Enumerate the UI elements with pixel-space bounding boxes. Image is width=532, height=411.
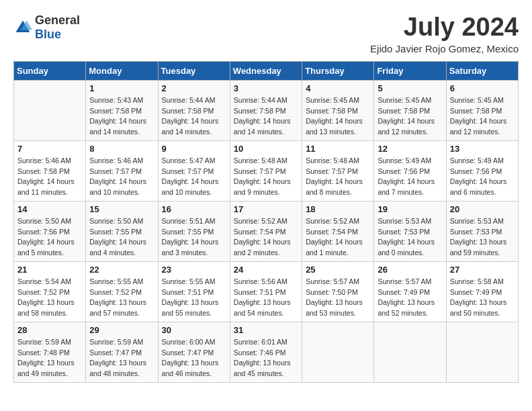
- calendar-cell: 25Sunrise: 5:57 AM Sunset: 7:50 PM Dayli…: [302, 261, 374, 322]
- calendar-cell: 20Sunrise: 5:53 AM Sunset: 7:53 PM Dayli…: [446, 201, 518, 261]
- calendar-cell: 5Sunrise: 5:45 AM Sunset: 7:58 PM Daylig…: [374, 80, 446, 140]
- page-header: General Blue July 2024 Ejido Javier Rojo…: [13, 13, 519, 54]
- week-row-5: 28Sunrise: 5:59 AM Sunset: 7:48 PM Dayli…: [14, 322, 519, 382]
- day-number: 13: [450, 144, 515, 154]
- calendar-cell: 8Sunrise: 5:46 AM Sunset: 7:57 PM Daylig…: [86, 140, 158, 201]
- day-number: 18: [306, 204, 370, 214]
- day-number: 6: [450, 83, 515, 93]
- header-cell-thursday: Thursday: [302, 61, 374, 80]
- day-info: Sunrise: 5:46 AM Sunset: 7:57 PM Dayligh…: [89, 156, 154, 198]
- day-number: 1: [89, 83, 154, 93]
- calendar-cell: [374, 322, 446, 382]
- calendar-cell: 31Sunrise: 6:01 AM Sunset: 7:46 PM Dayli…: [230, 322, 302, 382]
- day-info: Sunrise: 6:01 AM Sunset: 7:46 PM Dayligh…: [234, 337, 298, 379]
- day-number: 7: [17, 144, 82, 154]
- day-info: Sunrise: 5:57 AM Sunset: 7:49 PM Dayligh…: [378, 277, 442, 319]
- logo-icon: [13, 18, 32, 37]
- week-row-1: 1Sunrise: 5:43 AM Sunset: 7:58 PM Daylig…: [14, 80, 519, 140]
- day-number: 26: [378, 265, 442, 275]
- day-info: Sunrise: 5:46 AM Sunset: 7:58 PM Dayligh…: [17, 156, 82, 198]
- day-number: 21: [17, 265, 82, 275]
- calendar-cell: 4Sunrise: 5:45 AM Sunset: 7:58 PM Daylig…: [302, 80, 374, 140]
- calendar-cell: 18Sunrise: 5:52 AM Sunset: 7:54 PM Dayli…: [302, 201, 374, 261]
- day-info: Sunrise: 5:52 AM Sunset: 7:54 PM Dayligh…: [306, 216, 370, 259]
- calendar-cell: 3Sunrise: 5:44 AM Sunset: 7:58 PM Daylig…: [230, 80, 302, 140]
- logo-text-blue: Blue: [35, 28, 61, 41]
- header-cell-saturday: Saturday: [446, 61, 518, 80]
- calendar-cell: 30Sunrise: 6:00 AM Sunset: 7:47 PM Dayli…: [158, 322, 230, 382]
- week-row-2: 7Sunrise: 5:46 AM Sunset: 7:58 PM Daylig…: [14, 140, 519, 201]
- day-info: Sunrise: 5:59 AM Sunset: 7:48 PM Dayligh…: [17, 337, 82, 379]
- day-number: 19: [378, 204, 442, 214]
- calendar-cell: 10Sunrise: 5:48 AM Sunset: 7:57 PM Dayli…: [230, 140, 302, 201]
- day-info: Sunrise: 5:59 AM Sunset: 7:47 PM Dayligh…: [89, 337, 154, 379]
- day-number: 30: [162, 325, 226, 335]
- calendar-cell: [446, 322, 518, 382]
- calendar-cell: 9Sunrise: 5:47 AM Sunset: 7:57 PM Daylig…: [158, 140, 230, 201]
- calendar-cell: 27Sunrise: 5:58 AM Sunset: 7:49 PM Dayli…: [446, 261, 518, 322]
- header-cell-sunday: Sunday: [14, 61, 86, 80]
- week-row-3: 14Sunrise: 5:50 AM Sunset: 7:56 PM Dayli…: [14, 201, 519, 261]
- calendar-cell: 6Sunrise: 5:45 AM Sunset: 7:58 PM Daylig…: [446, 80, 518, 140]
- calendar-cell: 21Sunrise: 5:54 AM Sunset: 7:52 PM Dayli…: [14, 261, 86, 322]
- calendar-cell: 19Sunrise: 5:53 AM Sunset: 7:53 PM Dayli…: [374, 201, 446, 261]
- header-cell-friday: Friday: [374, 61, 446, 80]
- day-number: 4: [306, 83, 370, 93]
- day-info: Sunrise: 5:49 AM Sunset: 7:56 PM Dayligh…: [378, 156, 442, 198]
- day-info: Sunrise: 5:51 AM Sunset: 7:55 PM Dayligh…: [162, 216, 226, 259]
- day-number: 16: [162, 204, 226, 214]
- day-info: Sunrise: 5:55 AM Sunset: 7:52 PM Dayligh…: [89, 277, 154, 319]
- calendar-cell: [302, 322, 374, 382]
- day-info: Sunrise: 5:58 AM Sunset: 7:49 PM Dayligh…: [450, 277, 515, 319]
- calendar-cell: 14Sunrise: 5:50 AM Sunset: 7:56 PM Dayli…: [14, 201, 86, 261]
- day-info: Sunrise: 5:56 AM Sunset: 7:51 PM Dayligh…: [234, 277, 298, 319]
- location-title: Ejido Javier Rojo Gomez, Mexico: [370, 43, 519, 54]
- calendar-header: SundayMondayTuesdayWednesdayThursdayFrid…: [14, 61, 519, 80]
- title-block: July 2024 Ejido Javier Rojo Gomez, Mexic…: [370, 13, 519, 54]
- day-info: Sunrise: 5:45 AM Sunset: 7:58 PM Dayligh…: [450, 95, 515, 138]
- calendar-cell: 29Sunrise: 5:59 AM Sunset: 7:47 PM Dayli…: [86, 322, 158, 382]
- calendar-cell: 1Sunrise: 5:43 AM Sunset: 7:58 PM Daylig…: [86, 80, 158, 140]
- day-info: Sunrise: 5:47 AM Sunset: 7:57 PM Dayligh…: [162, 156, 226, 198]
- calendar-cell: 17Sunrise: 5:52 AM Sunset: 7:54 PM Dayli…: [230, 201, 302, 261]
- month-title: July 2024: [370, 13, 519, 42]
- day-info: Sunrise: 5:45 AM Sunset: 7:58 PM Dayligh…: [306, 95, 370, 138]
- calendar-cell: 22Sunrise: 5:55 AM Sunset: 7:52 PM Dayli…: [86, 261, 158, 322]
- day-number: 15: [89, 204, 154, 214]
- day-info: Sunrise: 5:52 AM Sunset: 7:54 PM Dayligh…: [234, 216, 298, 259]
- calendar-cell: 11Sunrise: 5:48 AM Sunset: 7:57 PM Dayli…: [302, 140, 374, 201]
- day-number: 14: [17, 204, 82, 214]
- day-info: Sunrise: 5:50 AM Sunset: 7:56 PM Dayligh…: [17, 216, 82, 259]
- header-cell-wednesday: Wednesday: [230, 61, 302, 80]
- day-info: Sunrise: 5:48 AM Sunset: 7:57 PM Dayligh…: [306, 156, 370, 198]
- day-number: 27: [450, 265, 515, 275]
- day-number: 2: [162, 83, 226, 93]
- calendar-cell: 16Sunrise: 5:51 AM Sunset: 7:55 PM Dayli…: [158, 201, 230, 261]
- calendar-cell: 28Sunrise: 5:59 AM Sunset: 7:48 PM Dayli…: [14, 322, 86, 382]
- day-info: Sunrise: 5:48 AM Sunset: 7:57 PM Dayligh…: [234, 156, 298, 198]
- calendar-cell: [14, 80, 86, 140]
- calendar-body: 1Sunrise: 5:43 AM Sunset: 7:58 PM Daylig…: [14, 80, 519, 382]
- header-cell-tuesday: Tuesday: [158, 61, 230, 80]
- day-info: Sunrise: 5:53 AM Sunset: 7:53 PM Dayligh…: [450, 216, 515, 259]
- day-info: Sunrise: 5:50 AM Sunset: 7:55 PM Dayligh…: [89, 216, 154, 259]
- day-info: Sunrise: 5:54 AM Sunset: 7:52 PM Dayligh…: [17, 277, 82, 319]
- day-info: Sunrise: 5:44 AM Sunset: 7:58 PM Dayligh…: [234, 95, 298, 138]
- day-number: 28: [17, 325, 82, 335]
- day-number: 20: [450, 204, 515, 214]
- day-info: Sunrise: 5:49 AM Sunset: 7:56 PM Dayligh…: [450, 156, 515, 198]
- day-number: 5: [378, 83, 442, 93]
- calendar-table: SundayMondayTuesdayWednesdayThursdayFrid…: [13, 61, 519, 383]
- day-number: 31: [234, 325, 298, 335]
- calendar-cell: 24Sunrise: 5:56 AM Sunset: 7:51 PM Dayli…: [230, 261, 302, 322]
- logo: General Blue: [13, 13, 80, 42]
- calendar-cell: 15Sunrise: 5:50 AM Sunset: 7:55 PM Dayli…: [86, 201, 158, 261]
- calendar-cell: 12Sunrise: 5:49 AM Sunset: 7:56 PM Dayli…: [374, 140, 446, 201]
- header-row: SundayMondayTuesdayWednesdayThursdayFrid…: [14, 61, 519, 80]
- calendar-cell: 2Sunrise: 5:44 AM Sunset: 7:58 PM Daylig…: [158, 80, 230, 140]
- day-number: 17: [234, 204, 298, 214]
- day-number: 10: [234, 144, 298, 154]
- calendar-cell: 26Sunrise: 5:57 AM Sunset: 7:49 PM Dayli…: [374, 261, 446, 322]
- day-number: 29: [89, 325, 154, 335]
- day-info: Sunrise: 5:43 AM Sunset: 7:58 PM Dayligh…: [89, 95, 154, 138]
